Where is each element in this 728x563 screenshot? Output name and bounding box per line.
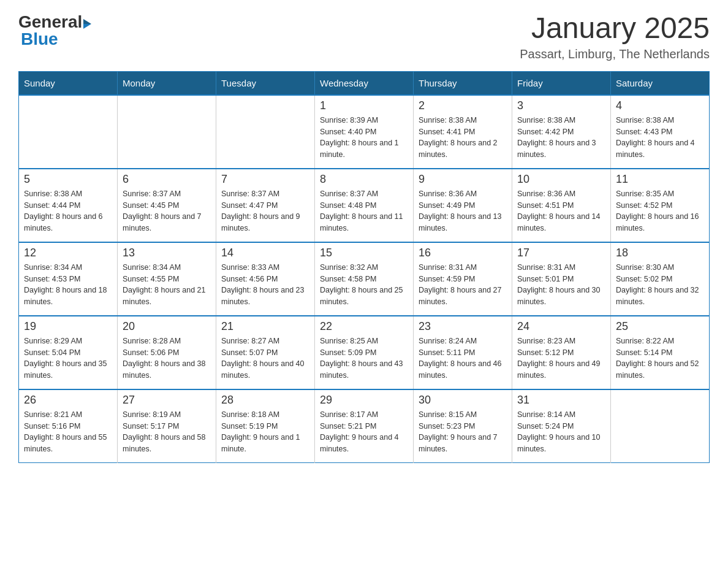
- day-info: Sunrise: 8:17 AMSunset: 5:21 PMDaylight:…: [320, 409, 408, 455]
- calendar-header-friday: Friday: [512, 71, 611, 95]
- calendar-day-5: 5Sunrise: 8:38 AMSunset: 4:44 PMDaylight…: [19, 169, 118, 242]
- calendar-empty-cell: [611, 389, 710, 463]
- day-number: 24: [517, 320, 605, 333]
- day-info: Sunrise: 8:37 AMSunset: 4:45 PMDaylight:…: [123, 188, 211, 234]
- calendar-day-12: 12Sunrise: 8:34 AMSunset: 4:53 PMDayligh…: [19, 242, 118, 316]
- title-area: January 2025 Passart, Limburg, The Nethe…: [520, 12, 710, 61]
- calendar-day-7: 7Sunrise: 8:37 AMSunset: 4:47 PMDaylight…: [216, 169, 315, 242]
- day-info: Sunrise: 8:29 AMSunset: 5:04 PMDaylight:…: [24, 335, 112, 381]
- day-number: 10: [517, 173, 605, 186]
- calendar-header-wednesday: Wednesday: [315, 71, 414, 95]
- calendar-empty-cell: [216, 95, 315, 169]
- day-info: Sunrise: 8:25 AMSunset: 5:09 PMDaylight:…: [320, 335, 408, 381]
- calendar-day-27: 27Sunrise: 8:19 AMSunset: 5:17 PMDayligh…: [118, 389, 216, 463]
- calendar-day-19: 19Sunrise: 8:29 AMSunset: 5:04 PMDayligh…: [19, 316, 118, 389]
- calendar-header-thursday: Thursday: [414, 71, 512, 95]
- calendar-day-15: 15Sunrise: 8:32 AMSunset: 4:58 PMDayligh…: [315, 242, 414, 316]
- day-number: 23: [419, 320, 507, 333]
- calendar-day-21: 21Sunrise: 8:27 AMSunset: 5:07 PMDayligh…: [216, 316, 315, 389]
- day-number: 14: [221, 247, 309, 259]
- day-number: 30: [419, 394, 507, 407]
- day-number: 5: [24, 173, 112, 186]
- day-number: 31: [517, 394, 605, 407]
- calendar-day-31: 31Sunrise: 8:14 AMSunset: 5:24 PMDayligh…: [512, 389, 611, 463]
- day-number: 27: [123, 394, 211, 407]
- day-number: 1: [320, 99, 408, 112]
- calendar-empty-cell: [19, 95, 118, 169]
- day-info: Sunrise: 8:39 AMSunset: 4:40 PMDaylight:…: [320, 115, 408, 161]
- calendar-header-monday: Monday: [118, 71, 216, 95]
- calendar-day-11: 11Sunrise: 8:35 AMSunset: 4:52 PMDayligh…: [611, 169, 710, 242]
- day-number: 18: [616, 247, 704, 259]
- day-info: Sunrise: 8:32 AMSunset: 4:58 PMDaylight:…: [320, 262, 408, 308]
- day-number: 20: [123, 320, 211, 333]
- day-info: Sunrise: 8:24 AMSunset: 5:11 PMDaylight:…: [419, 335, 507, 381]
- calendar-week-1: 1Sunrise: 8:39 AMSunset: 4:40 PMDaylight…: [19, 95, 710, 169]
- day-number: 2: [419, 99, 507, 112]
- day-number: 6: [123, 173, 211, 186]
- calendar-day-1: 1Sunrise: 8:39 AMSunset: 4:40 PMDaylight…: [315, 95, 414, 169]
- calendar-day-23: 23Sunrise: 8:24 AMSunset: 5:11 PMDayligh…: [414, 316, 512, 389]
- day-info: Sunrise: 8:34 AMSunset: 4:55 PMDaylight:…: [123, 262, 211, 308]
- day-number: 28: [221, 394, 309, 407]
- calendar-week-3: 12Sunrise: 8:34 AMSunset: 4:53 PMDayligh…: [19, 242, 710, 316]
- calendar-week-5: 26Sunrise: 8:21 AMSunset: 5:16 PMDayligh…: [19, 389, 710, 463]
- day-info: Sunrise: 8:35 AMSunset: 4:52 PMDaylight:…: [616, 188, 704, 234]
- day-info: Sunrise: 8:38 AMSunset: 4:41 PMDaylight:…: [419, 115, 507, 161]
- calendar-day-16: 16Sunrise: 8:31 AMSunset: 4:59 PMDayligh…: [414, 242, 512, 316]
- calendar-day-24: 24Sunrise: 8:23 AMSunset: 5:12 PMDayligh…: [512, 316, 611, 389]
- day-number: 29: [320, 394, 408, 407]
- day-number: 9: [419, 173, 507, 186]
- header: General Blue January 2025 Passart, Limbu…: [18, 12, 710, 61]
- calendar-header-row: SundayMondayTuesdayWednesdayThursdayFrid…: [19, 71, 710, 95]
- day-number: 8: [320, 173, 408, 186]
- day-info: Sunrise: 8:23 AMSunset: 5:12 PMDaylight:…: [517, 335, 605, 381]
- day-info: Sunrise: 8:14 AMSunset: 5:24 PMDaylight:…: [517, 409, 605, 455]
- day-number: 12: [24, 247, 112, 259]
- calendar-day-13: 13Sunrise: 8:34 AMSunset: 4:55 PMDayligh…: [118, 242, 216, 316]
- calendar-day-8: 8Sunrise: 8:37 AMSunset: 4:48 PMDaylight…: [315, 169, 414, 242]
- calendar-day-26: 26Sunrise: 8:21 AMSunset: 5:16 PMDayligh…: [19, 389, 118, 463]
- calendar-day-22: 22Sunrise: 8:25 AMSunset: 5:09 PMDayligh…: [315, 316, 414, 389]
- day-info: Sunrise: 8:28 AMSunset: 5:06 PMDaylight:…: [123, 335, 211, 381]
- calendar-day-18: 18Sunrise: 8:30 AMSunset: 5:02 PMDayligh…: [611, 242, 710, 316]
- day-info: Sunrise: 8:37 AMSunset: 4:48 PMDaylight:…: [320, 188, 408, 234]
- day-info: Sunrise: 8:33 AMSunset: 4:56 PMDaylight:…: [221, 262, 309, 308]
- day-number: 17: [517, 247, 605, 259]
- calendar-day-10: 10Sunrise: 8:36 AMSunset: 4:51 PMDayligh…: [512, 169, 611, 242]
- calendar-day-3: 3Sunrise: 8:38 AMSunset: 4:42 PMDaylight…: [512, 95, 611, 169]
- page-title: January 2025: [520, 12, 710, 45]
- calendar-header-sunday: Sunday: [19, 71, 118, 95]
- calendar-day-9: 9Sunrise: 8:36 AMSunset: 4:49 PMDaylight…: [414, 169, 512, 242]
- day-number: 15: [320, 247, 408, 259]
- day-info: Sunrise: 8:38 AMSunset: 4:44 PMDaylight:…: [24, 188, 112, 234]
- day-info: Sunrise: 8:34 AMSunset: 4:53 PMDaylight:…: [24, 262, 112, 308]
- day-number: 4: [616, 99, 704, 112]
- day-number: 25: [616, 320, 704, 333]
- logo-blue-text: Blue: [21, 29, 91, 49]
- calendar-day-30: 30Sunrise: 8:15 AMSunset: 5:23 PMDayligh…: [414, 389, 512, 463]
- calendar-day-17: 17Sunrise: 8:31 AMSunset: 5:01 PMDayligh…: [512, 242, 611, 316]
- day-info: Sunrise: 8:38 AMSunset: 4:43 PMDaylight:…: [616, 115, 704, 161]
- calendar-week-4: 19Sunrise: 8:29 AMSunset: 5:04 PMDayligh…: [19, 316, 710, 389]
- day-info: Sunrise: 8:31 AMSunset: 5:01 PMDaylight:…: [517, 262, 605, 308]
- calendar-header-tuesday: Tuesday: [216, 71, 315, 95]
- calendar-day-29: 29Sunrise: 8:17 AMSunset: 5:21 PMDayligh…: [315, 389, 414, 463]
- day-number: 13: [123, 247, 211, 259]
- calendar-day-28: 28Sunrise: 8:18 AMSunset: 5:19 PMDayligh…: [216, 389, 315, 463]
- day-number: 7: [221, 173, 309, 186]
- day-number: 21: [221, 320, 309, 333]
- calendar-header-saturday: Saturday: [611, 71, 710, 95]
- calendar-day-25: 25Sunrise: 8:22 AMSunset: 5:14 PMDayligh…: [611, 316, 710, 389]
- day-info: Sunrise: 8:21 AMSunset: 5:16 PMDaylight:…: [24, 409, 112, 455]
- day-info: Sunrise: 8:22 AMSunset: 5:14 PMDaylight:…: [616, 335, 704, 381]
- day-info: Sunrise: 8:38 AMSunset: 4:42 PMDaylight:…: [517, 115, 605, 161]
- day-info: Sunrise: 8:30 AMSunset: 5:02 PMDaylight:…: [616, 262, 704, 308]
- subtitle: Passart, Limburg, The Netherlands: [520, 47, 710, 61]
- day-number: 11: [616, 173, 704, 186]
- calendar-day-20: 20Sunrise: 8:28 AMSunset: 5:06 PMDayligh…: [118, 316, 216, 389]
- day-number: 3: [517, 99, 605, 112]
- calendar-day-6: 6Sunrise: 8:37 AMSunset: 4:45 PMDaylight…: [118, 169, 216, 242]
- calendar-week-2: 5Sunrise: 8:38 AMSunset: 4:44 PMDaylight…: [19, 169, 710, 242]
- day-info: Sunrise: 8:31 AMSunset: 4:59 PMDaylight:…: [419, 262, 507, 308]
